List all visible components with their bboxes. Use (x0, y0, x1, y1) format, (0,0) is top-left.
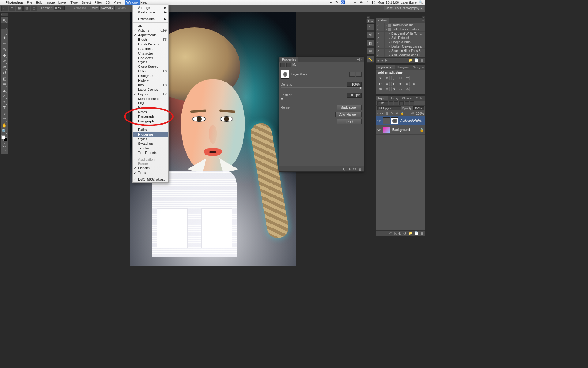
window-menu-paths[interactable]: Paths (133, 128, 168, 132)
channels-tab[interactable]: Channel (400, 96, 414, 100)
battery-icon[interactable]: ▮▯ (371, 1, 375, 4)
window-menu-3d[interactable]: 3D (133, 24, 168, 28)
opacity-value[interactable]: 100% (413, 106, 424, 110)
color-range-button[interactable]: Color Range... (335, 112, 362, 117)
curves-icon[interactable]: ∫ (391, 76, 396, 80)
history-brush-tool-icon[interactable]: ↺ (1, 70, 8, 76)
action-row[interactable]: ✓▸Skin Retouch (376, 36, 425, 40)
layers-tab[interactable]: Layers (376, 96, 388, 100)
menu-type[interactable]: Type (70, 1, 78, 4)
window-menu-character-styles[interactable]: Character Styles (133, 56, 168, 64)
marquee-tool-icon[interactable]: ▭ (1, 23, 8, 29)
levels-icon[interactable]: ▥ (385, 76, 390, 80)
brush-tool-icon[interactable]: ✐ (1, 58, 8, 64)
window-menu-actions[interactable]: ✓Actions⌥F9 (133, 28, 168, 33)
new-action-icon[interactable]: 📄 (414, 58, 419, 62)
collapse-right-icon[interactable]: » (422, 16, 425, 19)
menu-file[interactable]: File (27, 1, 32, 4)
apply-mask-icon[interactable]: ◈ (348, 167, 351, 171)
actions-menu-icon[interactable]: ≡ (421, 19, 425, 22)
palette-collapse-icon[interactable]: « (0, 13, 3, 16)
styles-panel-icon[interactable]: ◧ (367, 40, 374, 47)
actions-tab[interactable]: Actions (376, 18, 389, 23)
mask-from-selection-icon[interactable]: ◐ (343, 167, 346, 171)
crop-tool-icon[interactable]: ✂ (1, 41, 8, 47)
layer-new-icon[interactable]: 📄 (414, 231, 419, 235)
new-set-icon[interactable]: 📁 (408, 58, 413, 62)
window-menu-properties[interactable]: ✓Properties (133, 132, 168, 137)
link-layers-icon[interactable]: ⬭ (389, 231, 392, 235)
lock-transparent-icon[interactable]: ▦ (385, 112, 389, 115)
window-menu-application-frame[interactable]: ✓Application Frame (133, 157, 168, 166)
selective-color-icon[interactable]: ◒ (405, 87, 410, 91)
menu-view[interactable]: View (114, 1, 121, 4)
brightness-icon[interactable]: ☀ (378, 76, 383, 80)
window-menu-measurement-log[interactable]: Measurement Log (133, 97, 168, 105)
density-value[interactable]: 100% (347, 82, 362, 87)
blend-mode-dropdown[interactable]: Multiply ▾ (377, 106, 401, 110)
action-row[interactable]: ✓▸Add Shadows and Highli... (376, 53, 425, 57)
window-menu-layers[interactable]: ✓LayersF7 (133, 92, 168, 97)
window-menu-navigator[interactable]: Navigator (133, 105, 168, 110)
menubar-time[interactable]: 15:19:08 (386, 1, 399, 4)
move-tool-icon[interactable]: ↖ (1, 17, 8, 23)
window-menu-clone-source[interactable]: Clone Source (133, 64, 168, 69)
window-menu-history[interactable]: History (133, 78, 168, 83)
filter-smart-icon[interactable] (410, 101, 414, 105)
info-panel-tab[interactable]: Info (366, 19, 375, 23)
channel-mixer-icon[interactable]: ⊞ (405, 82, 410, 86)
accessibility-icon[interactable]: ♿ (341, 1, 345, 4)
panel-collapse-icon[interactable]: ▸| (357, 58, 360, 61)
threshold-icon[interactable]: ◪ (391, 87, 396, 91)
stamp-tool-icon[interactable]: ⧉ (1, 64, 8, 70)
lookup-icon[interactable]: ▦ (412, 82, 417, 86)
record-icon[interactable]: ● (381, 59, 383, 62)
delete-action-icon[interactable]: 🗑 (420, 59, 424, 62)
layer-trash-icon[interactable]: 🗑 (420, 232, 424, 235)
filter-pixel-icon[interactable] (389, 101, 393, 105)
invert-adj-icon[interactable]: ◨ (378, 87, 383, 91)
feather-prop-value[interactable]: 0.0 px (347, 93, 362, 98)
mask-edge-button[interactable]: Mask Edge... (337, 105, 362, 110)
gradient-map-icon[interactable]: ▭ (398, 87, 403, 91)
paragraph-panel-icon[interactable]: A| (367, 31, 374, 38)
action-row[interactable]: ✓▸Darken Curves Layers (376, 44, 425, 49)
adjustments-tab[interactable]: Adjustments (376, 65, 395, 69)
window-menu-workspace[interactable]: Workspace▶ (133, 10, 168, 15)
invert-button[interactable]: Invert (337, 119, 362, 124)
action-row[interactable]: ✓▸Black and White Tone Pr... (376, 32, 425, 36)
selection-new-icon[interactable]: □ (9, 6, 15, 11)
healing-tool-icon[interactable]: ✚ (1, 52, 8, 58)
selection-subtract-icon[interactable]: ⊟ (23, 6, 30, 11)
window-menu-swatches[interactable]: Swatches (133, 141, 168, 146)
vector-mask-button[interactable] (356, 72, 362, 77)
workspace-switcher[interactable]: Jake Hicks Photography▾ (384, 6, 424, 10)
menu-edit[interactable]: Edit (36, 1, 42, 4)
lasso-tool-icon[interactable]: 𐐒 (1, 29, 8, 35)
layer-fx-icon[interactable]: fx (394, 232, 397, 235)
window-menu-timeline[interactable]: Timeline (133, 146, 168, 151)
zoom-tool-icon[interactable]: 🔍 (1, 128, 8, 134)
window-menu-paragraph[interactable]: Paragraph (133, 114, 168, 119)
timemachine-icon[interactable]: ↻ (334, 1, 339, 4)
character-panel-icon[interactable]: ¶ (367, 24, 374, 31)
window-menu-brush-presets[interactable]: Brush Presets (133, 42, 168, 47)
blur-tool-icon[interactable]: ▲ (1, 87, 8, 93)
shape-tool-icon[interactable]: ▢ (1, 117, 8, 122)
play-icon[interactable]: ▶ (385, 58, 387, 62)
action-row[interactable]: ✓▾Jake Hicks Photography ... (376, 27, 425, 32)
path-select-tool-icon[interactable]: ▷ (1, 111, 8, 117)
screen-mode-icon[interactable]: ▭ (2, 148, 6, 152)
airport-icon[interactable]: ⇪ (365, 1, 369, 4)
density-slider[interactable] (281, 87, 362, 90)
window-menu-paragraph-styles[interactable]: Paragraph Styles (133, 119, 168, 128)
color-swatches[interactable] (1, 135, 7, 141)
action-row[interactable]: ✓▸Default Actions (376, 23, 425, 27)
pen-tool-icon[interactable]: ✒ (1, 99, 8, 105)
menu-3d[interactable]: 3D (106, 1, 110, 4)
type-tool-icon[interactable]: T (1, 105, 8, 111)
measure-panel-icon[interactable]: 📏 (367, 56, 374, 63)
style-dropdown[interactable]: Normal ▾ (99, 6, 115, 10)
feather-slider[interactable] (281, 98, 362, 101)
window-menu-info[interactable]: InfoF8 (133, 83, 168, 87)
